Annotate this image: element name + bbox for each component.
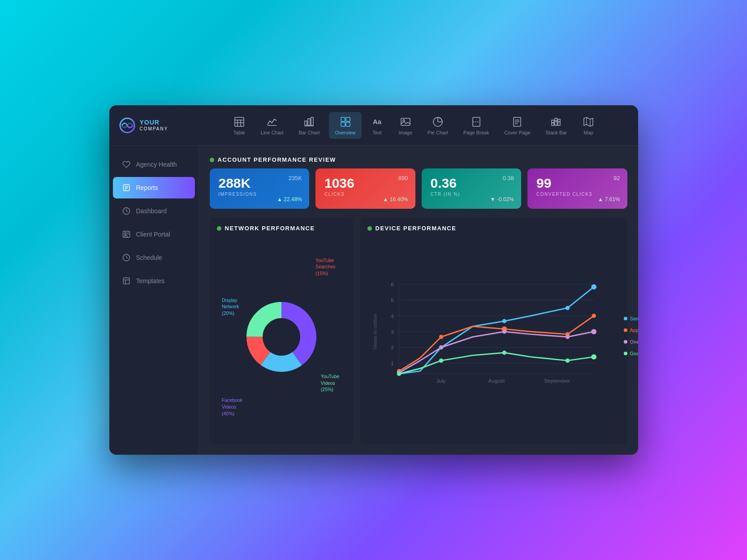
- content-area: ACCOUNT PERFORMANCE REVIEW 288K IMPRESSI…: [199, 146, 638, 455]
- logo-your: YOUR: [140, 119, 168, 126]
- svg-point-76: [439, 335, 443, 339]
- svg-rect-12: [346, 117, 350, 121]
- toolbar-item-overview[interactable]: Overview: [329, 112, 362, 139]
- toolbar-label-stack-bar: Stack Bar: [546, 130, 567, 135]
- toolbar-item-image[interactable]: Image: [392, 112, 419, 139]
- schedule-icon: [122, 253, 131, 262]
- line-chart-svg: 6 5 4 3 2 1 July August September Views …: [367, 237, 620, 437]
- toolbar-item-map[interactable]: Map: [576, 112, 601, 139]
- oneplus-label: OnePlus 5: [630, 339, 638, 345]
- toolbar-item-page-break[interactable]: Page Break: [457, 112, 495, 139]
- table-icon: [233, 116, 246, 128]
- sidebar-item-reports[interactable]: Reports: [113, 177, 195, 198]
- svg-marker-30: [584, 117, 593, 126]
- kpi-card-ctr: 0.36 CTR (in %) 0.38 ▼ -0.02%: [422, 168, 522, 209]
- account-performance-section: ACCOUNT PERFORMANCE REVIEW 288K IMPRESSI…: [210, 156, 627, 209]
- logo-icon: [118, 116, 136, 134]
- svg-text:September: September: [544, 378, 570, 383]
- svg-rect-25: [552, 120, 554, 123]
- text-icon: Aa: [371, 116, 383, 128]
- cover-page-icon: [511, 116, 523, 128]
- device-dot: [367, 226, 372, 231]
- kpi-card-clicks: 1036 CLICKS 890 ▲ 16.40%: [315, 168, 415, 209]
- bar-chart-icon: [303, 116, 315, 128]
- legend-google-pixel: Google Pixel XL: [624, 351, 638, 356]
- svg-point-84: [591, 329, 596, 334]
- toolbar-item-text[interactable]: Aa Text: [364, 112, 389, 139]
- logo-text: YOUR COMPANY: [140, 119, 168, 132]
- account-performance-dot: [210, 158, 214, 162]
- svg-rect-9: [311, 117, 313, 125]
- sidebar-item-schedule[interactable]: Schedule: [113, 247, 195, 268]
- topbar: YOUR COMPANY Table: [109, 105, 638, 146]
- sidebar-item-agency-health[interactable]: Agency Health: [113, 154, 195, 175]
- svg-point-81: [439, 345, 443, 349]
- toolbar-item-stack-bar[interactable]: Stack Bar: [540, 112, 574, 139]
- toolbar-item-pie-chart[interactable]: Pie Chart: [421, 112, 454, 139]
- ctr-value: 0.36: [431, 177, 513, 190]
- toolbar-label-page-break: Page Break: [463, 130, 489, 135]
- templates-icon: [122, 276, 131, 285]
- svg-point-79: [592, 314, 596, 318]
- svg-rect-26: [555, 121, 557, 125]
- toolbar-label-image: Image: [398, 130, 412, 135]
- toolbar-item-table[interactable]: Table: [227, 112, 252, 139]
- converted-clicks-change: ▲ 7.61%: [598, 196, 620, 202]
- donut-label-youtube-searches: YouTube Searches (15%): [315, 257, 335, 277]
- sidebar-label-dashboard: Dashboard: [136, 207, 167, 215]
- overview-icon: [339, 116, 352, 128]
- svg-rect-8: [308, 119, 310, 125]
- impressions-value: 288K: [219, 177, 301, 190]
- svg-point-51: [263, 319, 299, 355]
- toolbar-label-pie-chart: Pie Chart: [427, 130, 448, 135]
- sidebar-label-templates: Templates: [136, 277, 165, 284]
- svg-rect-27: [555, 118, 557, 121]
- svg-point-72: [502, 319, 506, 323]
- svg-rect-43: [123, 278, 130, 284]
- svg-text:5: 5: [391, 297, 394, 303]
- image-icon: [399, 116, 412, 128]
- svg-text:4: 4: [391, 313, 394, 319]
- sidebar-label-schedule: Schedule: [136, 254, 162, 261]
- google-pixel-dot: [624, 352, 627, 355]
- svg-text:2: 2: [391, 345, 394, 350]
- stack-bar-icon: [550, 116, 562, 128]
- google-pixel-label: Google Pixel XL: [630, 351, 638, 356]
- chart-legend: Samsung Galaxy S8 Apple iPhone 7 Plus On…: [624, 237, 638, 437]
- clicks-change: ▲ 16.40%: [383, 196, 408, 202]
- converted-clicks-sub: 92: [613, 175, 620, 181]
- toolbar-item-line-chart[interactable]: Line Chart: [255, 112, 290, 139]
- svg-point-39: [124, 233, 126, 235]
- apple-label: Apple iPhone 7 Plus: [630, 327, 638, 333]
- sidebar: Agency Health Reports: [109, 146, 199, 455]
- samsung-label: Samsung Galaxy S8: [630, 316, 638, 321]
- client-portal-icon: [122, 230, 131, 239]
- svg-rect-24: [552, 123, 554, 125]
- sidebar-label-client-portal: Client Portal: [136, 231, 170, 238]
- device-chart-container: 6 5 4 3 2 1 July August September Views …: [367, 237, 620, 437]
- sidebar-item-client-portal[interactable]: Client Portal: [113, 224, 195, 245]
- legend-apple: Apple iPhone 7 Plus: [624, 327, 638, 333]
- kpi-card-converted-clicks: 99 CONVERTED CLICKS 92 ▲ 7.61%: [527, 168, 627, 209]
- apple-dot: [624, 328, 627, 332]
- svg-rect-29: [558, 119, 560, 122]
- toolbar-label-cover-page: Cover Page: [504, 130, 530, 135]
- device-performance-header: DEVICE PERFORMANCE: [367, 225, 620, 232]
- line-chart-icon: [266, 116, 278, 128]
- clicks-sub: 890: [398, 175, 408, 181]
- legend-oneplus: OnePlus 5: [624, 339, 638, 345]
- sidebar-item-dashboard[interactable]: Dashboard: [113, 200, 195, 222]
- device-performance-panel: DEVICE PERFORMANCE: [360, 218, 627, 444]
- toolbar-item-cover-page[interactable]: Cover Page: [498, 112, 536, 139]
- toolbar-item-bar-chart[interactable]: Bar Chart: [293, 112, 326, 139]
- impressions-sub: 235K: [289, 175, 302, 181]
- network-performance-header: NETWORK PERFORMANCE: [217, 225, 346, 232]
- toolbar-label-table: Table: [233, 130, 245, 135]
- sidebar-label-agency-health: Agency Health: [136, 161, 177, 168]
- svg-rect-15: [401, 118, 410, 125]
- account-performance-title: ACCOUNT PERFORMANCE REVIEW: [218, 156, 336, 163]
- sidebar-item-templates[interactable]: Templates: [113, 270, 195, 292]
- svg-rect-13: [341, 122, 345, 126]
- oneplus-dot: [624, 340, 627, 344]
- svg-point-82: [502, 330, 506, 334]
